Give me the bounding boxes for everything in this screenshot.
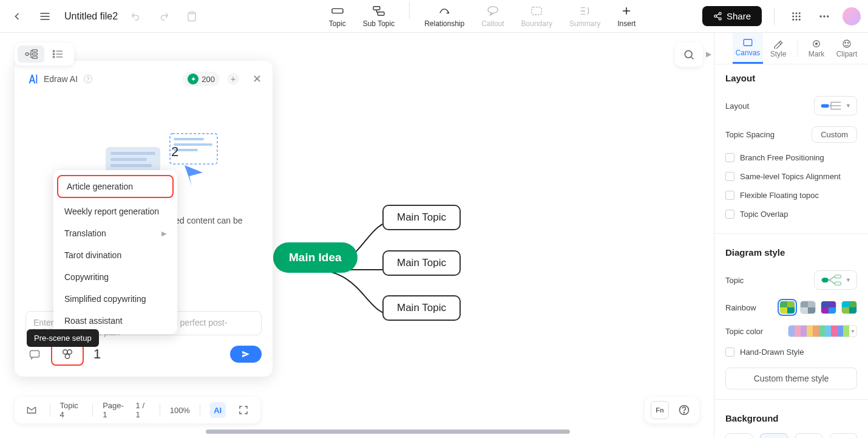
bg-gradient[interactable]: [795, 433, 822, 438]
menu-item-simplified-copywriting[interactable]: Simplified copywriting: [53, 288, 177, 310]
svg-rect-48: [30, 351, 39, 357]
apps-button[interactable]: [787, 7, 806, 26]
tool-callout[interactable]: Callout: [475, 2, 510, 30]
section-title: Diagram style: [725, 247, 857, 258]
tool-insert[interactable]: Insert: [611, 2, 642, 30]
tool-topic[interactable]: Topic: [323, 2, 352, 30]
svg-point-54: [816, 43, 818, 44]
view-outline[interactable]: [44, 46, 71, 63]
callout-tag-1: 1: [93, 346, 101, 362]
main-topic-1[interactable]: Main Topic: [382, 205, 461, 230]
add-credits-button[interactable]: +: [227, 73, 239, 85]
svg-point-32: [53, 50, 54, 52]
clipboard-button[interactable]: [182, 7, 202, 26]
canvas-icon: [742, 38, 753, 47]
fullscreen-button[interactable]: [236, 401, 253, 419]
rainbow-swatch-3[interactable]: [821, 301, 836, 314]
branch-free-checkbox[interactable]: Branch Free Positioning: [725, 148, 857, 167]
svg-point-49: [63, 350, 67, 354]
help-button[interactable]: [675, 401, 693, 419]
user-avatar[interactable]: [843, 7, 861, 26]
flexible-floating-checkbox[interactable]: Flexible Floating topoc: [725, 186, 857, 205]
spacing-custom-button[interactable]: Custom: [812, 126, 857, 143]
checkbox-icon: [725, 210, 734, 219]
chevron-down-icon: ▼: [846, 277, 851, 283]
undo-button[interactable]: [126, 7, 146, 26]
back-button[interactable]: [7, 7, 27, 26]
tab-style[interactable]: Style: [763, 33, 793, 64]
scrollbar-thumb[interactable]: [206, 429, 570, 434]
tab-clipart[interactable]: Clipart: [832, 33, 862, 64]
checkbox-icon: [725, 153, 734, 162]
tool-boundary[interactable]: Boundary: [515, 2, 558, 30]
style-icon: [773, 39, 784, 49]
tool-sub-topic[interactable]: Sub Topic: [357, 2, 401, 30]
rainbow-swatch-2[interactable]: [800, 301, 816, 314]
search-icon: [683, 49, 695, 61]
svg-rect-4: [332, 9, 343, 13]
clipart-icon: [841, 39, 852, 49]
custom-theme-button[interactable]: Custom theme style: [725, 368, 857, 389]
rainbow-swatch-1[interactable]: [779, 301, 795, 314]
bg-image[interactable]: [830, 433, 857, 438]
function-key-button[interactable]: Fn: [651, 401, 669, 419]
separator: [797, 39, 798, 58]
share-button[interactable]: Share: [702, 6, 762, 26]
zoom-level[interactable]: 100%: [170, 406, 190, 415]
search-button[interactable]: [675, 43, 703, 67]
topic-color-picker[interactable]: ▼: [788, 325, 857, 337]
more-button[interactable]: [815, 7, 834, 26]
svg-line-14: [716, 14, 719, 16]
svg-rect-45: [174, 138, 204, 140]
main-topic-3[interactable]: Main Topic: [382, 295, 461, 321]
topic-overlap-checkbox[interactable]: Topic Overlap: [725, 205, 857, 224]
topic-style-row: Topic ▼: [725, 265, 857, 295]
hand-drawn-checkbox[interactable]: Hand-Drawn Style: [725, 343, 857, 361]
topic-style-dropdown[interactable]: ▼: [814, 270, 857, 290]
send-button[interactable]: [230, 346, 262, 363]
bottom-status-bar: Topic 4 Page-1 1 / 1 100% AI: [15, 397, 260, 423]
file-title[interactable]: Untitled file2: [64, 11, 118, 22]
check-label: Flexible Floating topoc: [740, 191, 819, 200]
svg-rect-6: [378, 12, 384, 15]
redo-button[interactable]: [154, 7, 174, 26]
svg-point-17: [796, 12, 798, 14]
menu-item-roast-assistant[interactable]: Roast assistant: [53, 310, 177, 332]
ai-chat-button[interactable]: [25, 345, 44, 363]
central-topic[interactable]: Main Idea: [273, 242, 358, 273]
tab-mark[interactable]: Mark: [801, 33, 832, 64]
callout-tag-2: 2: [171, 144, 178, 160]
relationship-icon: [438, 4, 451, 18]
svg-point-51: [65, 354, 69, 358]
layout-dropdown[interactable]: ▼: [814, 96, 857, 115]
rainbow-swatch-4[interactable]: [841, 301, 857, 314]
tool-summary[interactable]: Summary: [563, 2, 606, 30]
bg-none[interactable]: [725, 433, 753, 438]
divider: [714, 233, 868, 234]
menu-item-translation[interactable]: Translation ▶: [53, 222, 177, 244]
collapse-sidebar[interactable]: ▶: [703, 45, 714, 63]
section-title: Background: [725, 413, 857, 423]
svg-rect-31: [32, 56, 37, 58]
menu-button[interactable]: [35, 7, 55, 26]
bg-solid[interactable]: [760, 433, 787, 438]
outline-toggle[interactable]: [23, 401, 40, 419]
same-level-checkbox[interactable]: Same-level Topics Alignment: [725, 167, 857, 186]
ai-badge[interactable]: AI: [210, 402, 226, 418]
horizontal-scrollbar[interactable]: [15, 429, 591, 436]
separator: [409, 2, 410, 19]
ai-credits[interactable]: ✦ 200: [183, 72, 220, 86]
main-topic-2[interactable]: Main Topic: [382, 250, 461, 276]
view-mindmap[interactable]: [18, 46, 44, 63]
menu-item-weekly-report[interactable]: Weekly report generation: [53, 200, 177, 222]
menu-item-copywriting[interactable]: Copywriting: [53, 266, 177, 288]
close-button[interactable]: ✕: [253, 72, 262, 86]
help-icon[interactable]: ?: [84, 75, 92, 83]
tool-relationship[interactable]: Relationship: [418, 2, 470, 30]
summary-icon: [578, 4, 592, 18]
row-label: Topic: [725, 276, 744, 285]
tab-canvas[interactable]: Canvas: [733, 33, 763, 64]
menu-item-tarot[interactable]: Tarot divination: [53, 244, 177, 266]
menu-item-article-generation[interactable]: Article generation: [57, 175, 174, 198]
page-label[interactable]: Page-1: [103, 401, 126, 419]
